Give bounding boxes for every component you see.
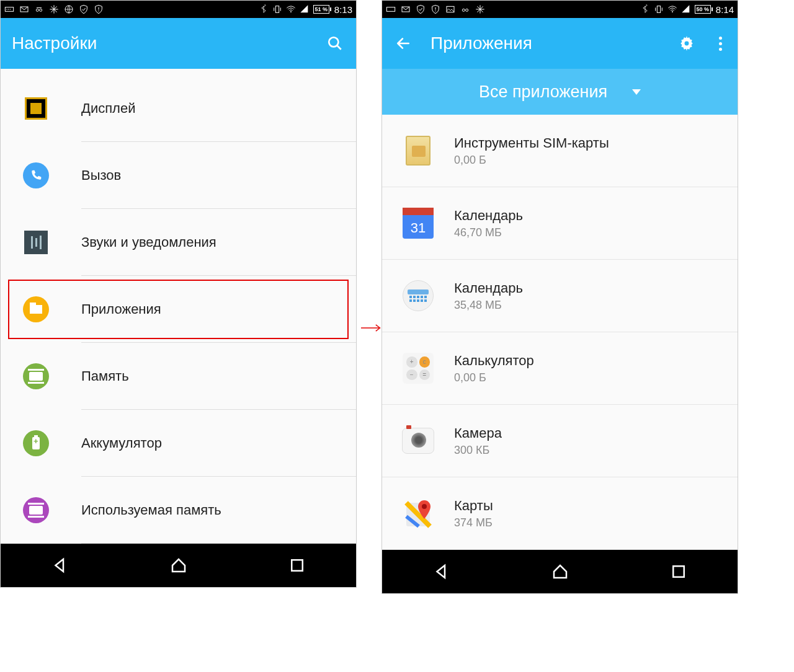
svg-point-6 bbox=[40, 9, 42, 11]
more-options-button[interactable] bbox=[714, 33, 726, 53]
snowflake-icon bbox=[49, 4, 59, 14]
settings-label: Дисплей bbox=[81, 100, 135, 117]
settings-label: Звуки и уведомления bbox=[81, 234, 216, 250]
nav-back-button[interactable] bbox=[431, 561, 452, 582]
app-item-maps[interactable]: Карты 374 МБ bbox=[382, 477, 738, 550]
shield-check-icon bbox=[416, 4, 426, 14]
chevron-down-icon bbox=[632, 89, 641, 95]
svg-point-8 bbox=[98, 11, 99, 11]
app-size: 0,00 Б bbox=[454, 371, 534, 384]
svg-point-15 bbox=[435, 11, 435, 11]
settings-item-call[interactable]: Вызов bbox=[1, 142, 356, 209]
globe-icon bbox=[64, 4, 74, 14]
svg-point-22 bbox=[685, 42, 689, 46]
settings-item-sound[interactable]: Звуки и уведомления bbox=[1, 209, 356, 276]
gmail-icon bbox=[19, 4, 29, 14]
shield-check-icon bbox=[79, 4, 89, 14]
svg-rect-12 bbox=[292, 560, 303, 571]
app-size: 300 КБ bbox=[454, 444, 502, 457]
nav-home-button[interactable] bbox=[550, 561, 571, 582]
page-title: Настройки bbox=[12, 33, 308, 53]
battery-indicator: 50 % bbox=[695, 5, 711, 14]
incognito-icon bbox=[460, 4, 470, 14]
settings-list: Дисплей Вызов Звуки и уведомления Прилож… bbox=[1, 69, 356, 544]
app-item-calculator[interactable]: +c−= Калькулятор 0,00 Б bbox=[382, 332, 738, 405]
app-name: Инструменты SIM-карты bbox=[454, 135, 609, 151]
bluetooth-icon bbox=[259, 4, 269, 14]
app-name: Карты bbox=[454, 498, 493, 514]
snowflake-icon bbox=[475, 4, 485, 14]
nav-recent-button[interactable] bbox=[668, 561, 689, 582]
status-bar: 50 % 8:14 bbox=[382, 1, 738, 18]
svg-rect-13 bbox=[386, 7, 395, 12]
app-size: 374 МБ bbox=[454, 516, 493, 529]
svg-rect-0 bbox=[5, 7, 13, 12]
svg-rect-9 bbox=[275, 6, 279, 13]
sound-icon bbox=[23, 229, 49, 255]
back-button[interactable] bbox=[393, 33, 413, 53]
page-title: Приложения bbox=[430, 33, 659, 53]
nav-bar bbox=[1, 544, 356, 587]
call-icon bbox=[23, 162, 49, 188]
svg-point-2 bbox=[8, 9, 9, 9]
nav-bar bbox=[382, 550, 738, 593]
apps-icon bbox=[23, 296, 49, 322]
gear-icon bbox=[679, 35, 695, 51]
app-bar-settings: Настройки bbox=[1, 18, 356, 69]
settings-item-storage[interactable]: Память bbox=[1, 343, 356, 410]
keyboard-icon bbox=[386, 4, 396, 14]
svg-point-3 bbox=[10, 9, 11, 9]
app-item-calendar[interactable]: Календарь 35,48 МБ bbox=[382, 260, 738, 332]
app-size: 0,00 Б bbox=[454, 154, 609, 167]
battery-icon bbox=[23, 430, 49, 456]
settings-label: Вызов bbox=[81, 167, 121, 183]
svg-point-17 bbox=[462, 9, 465, 11]
filter-dropdown[interactable]: Все приложения bbox=[382, 69, 738, 115]
shield-alert-icon bbox=[430, 4, 440, 14]
app-name: Календарь bbox=[454, 208, 523, 224]
camera-icon bbox=[401, 423, 435, 458]
svg-point-24 bbox=[422, 504, 427, 509]
settings-label: Память bbox=[81, 368, 129, 384]
signal-icon bbox=[300, 4, 310, 14]
svg-point-5 bbox=[36, 9, 38, 11]
svg-point-1 bbox=[6, 9, 7, 9]
settings-gear-button[interactable] bbox=[677, 33, 697, 53]
gmail-icon bbox=[401, 4, 411, 14]
settings-item-memory[interactable]: Используемая память bbox=[1, 477, 356, 544]
wifi-icon bbox=[286, 4, 296, 14]
nav-recent-button[interactable] bbox=[287, 555, 308, 576]
app-item-gcalendar[interactable]: 31 Календарь 46,70 МБ bbox=[382, 187, 738, 260]
google-calendar-icon: 31 bbox=[401, 206, 435, 241]
svg-point-20 bbox=[672, 11, 673, 12]
app-name: Камера bbox=[454, 425, 502, 441]
phone-apps: 50 % 8:14 Приложения Все приложения Инст… bbox=[381, 0, 738, 594]
vibrate-icon bbox=[272, 4, 282, 14]
sim-card-icon bbox=[401, 133, 435, 168]
settings-item-apps[interactable]: Приложения bbox=[1, 276, 356, 343]
filter-label: Все приложения bbox=[479, 82, 607, 102]
app-name: Календарь bbox=[454, 280, 523, 296]
settings-label: Приложения bbox=[81, 301, 161, 317]
vibrate-icon bbox=[654, 4, 664, 14]
incognito-icon bbox=[34, 4, 44, 14]
memory-icon bbox=[23, 497, 49, 523]
calendar-icon bbox=[401, 278, 435, 313]
calculator-icon: +c−= bbox=[401, 351, 435, 386]
settings-item-display[interactable]: Дисплей bbox=[1, 75, 356, 142]
settings-item-battery[interactable]: Аккумулятор bbox=[1, 410, 356, 477]
arrow-annotation bbox=[361, 317, 382, 337]
back-arrow-icon bbox=[395, 35, 411, 51]
apps-list[interactable]: Инструменты SIM-карты 0,00 Б 31 Календар… bbox=[382, 115, 738, 550]
bluetooth-icon bbox=[640, 4, 650, 14]
image-icon bbox=[445, 4, 455, 14]
app-item-sim[interactable]: Инструменты SIM-карты 0,00 Б bbox=[382, 115, 738, 187]
search-button[interactable] bbox=[325, 33, 345, 53]
app-item-camera[interactable]: Камера 300 КБ bbox=[382, 405, 738, 477]
nav-back-button[interactable] bbox=[50, 555, 71, 576]
signal-icon bbox=[681, 4, 691, 14]
app-size: 46,70 МБ bbox=[454, 226, 523, 239]
nav-home-button[interactable] bbox=[168, 555, 189, 576]
battery-indicator: 51 % bbox=[313, 5, 329, 14]
clock: 8:13 bbox=[334, 4, 352, 15]
